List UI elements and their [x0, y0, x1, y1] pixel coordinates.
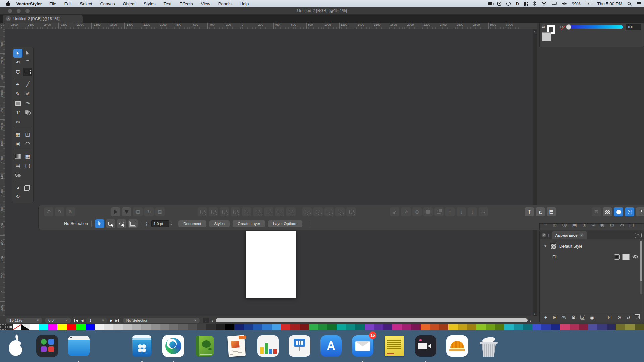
color-swatch[interactable] — [225, 324, 234, 330]
menu-list-icon[interactable] — [637, 1, 641, 6]
canvas-area[interactable] — [5, 29, 533, 316]
paste-inside-button[interactable]: ↓ — [468, 207, 477, 216]
remove-style-button[interactable]: ⊗ — [616, 314, 623, 321]
fill-row[interactable]: Fill — [552, 254, 638, 260]
tab-close-icon[interactable]: ✕ — [579, 233, 584, 237]
channel-slider[interactable] — [567, 25, 623, 29]
screen-recorder[interactable] — [413, 333, 439, 359]
menu-item[interactable]: Styles — [140, 1, 159, 7]
vertical-ruler[interactable]: 3000280026002400220020001800160014001200… — [0, 29, 5, 316]
combine-subtract-button[interactable] — [313, 207, 323, 216]
tab-close-icon[interactable]: ✕ — [6, 16, 11, 21]
lasso-select-mode-button[interactable] — [117, 219, 126, 228]
juice-squeezer[interactable] — [444, 333, 470, 359]
preview-mode-button[interactable] — [614, 207, 623, 216]
color-swatch[interactable] — [57, 324, 67, 330]
reverse-path-button[interactable]: ↝ — [479, 207, 488, 216]
outline-mode-button[interactable]: ✉ — [592, 207, 601, 216]
color-swatch[interactable] — [234, 324, 244, 330]
knife-tool[interactable]: ✄ — [13, 118, 22, 126]
clipped-toolbar-icon[interactable]: ⊞ — [582, 223, 587, 230]
color-swatch[interactable] — [67, 324, 76, 330]
window-layout-icon[interactable] — [524, 1, 528, 6]
rectangle-tool[interactable] — [13, 99, 22, 108]
color-swatch[interactable] — [337, 324, 346, 330]
first-page-button[interactable]: ◀ — [74, 319, 78, 322]
edit-style-button[interactable]: ✎ — [561, 314, 568, 321]
swatch-options-icon[interactable] — [6, 324, 13, 330]
bring-forward-button[interactable] — [423, 207, 433, 216]
document-button[interactable]: Document — [178, 220, 206, 227]
send-to-back-button[interactable]: ↓ — [457, 207, 466, 216]
add-property-button[interactable]: ⊞ — [552, 314, 558, 321]
ruler-origin-corner[interactable] — [0, 23, 5, 29]
undo-button[interactable]: ↶ — [44, 207, 53, 216]
screen-mirroring-icon[interactable] — [552, 1, 557, 6]
color-swatch[interactable] — [113, 324, 123, 330]
stroke-width-stepper[interactable]: ▴▾ — [171, 222, 172, 226]
shape-divide-button[interactable] — [242, 207, 251, 216]
wifi-icon[interactable] — [541, 1, 547, 6]
horizontal-ruler[interactable]: -2800-2600-2400-2200-2000-1800-1600-1400… — [5, 23, 537, 29]
clipped-toolbar-icon[interactable]: ▣ — [572, 223, 577, 230]
color-swatch[interactable] — [365, 324, 374, 330]
color-swatch[interactable] — [597, 324, 607, 330]
combine-exclude-button[interactable] — [335, 207, 345, 216]
shape-trim-button[interactable] — [253, 207, 262, 216]
color-swatch[interactable] — [355, 324, 365, 330]
color-swatch[interactable] — [383, 324, 393, 330]
color-swatch[interactable] — [188, 324, 197, 330]
color-swatch[interactable] — [216, 324, 225, 330]
menu-item[interactable]: Help — [236, 1, 253, 7]
canvas-rotate-tool[interactable]: ↻ — [13, 192, 22, 201]
finder-window[interactable] — [66, 333, 92, 359]
send-backward-button[interactable] — [434, 207, 444, 216]
horizontal-scrollbar[interactable] — [216, 318, 528, 322]
combine-unite-button[interactable] — [302, 207, 312, 216]
rotate-object-button[interactable]: ⊡ — [133, 207, 143, 216]
color-swatch[interactable] — [504, 324, 514, 330]
artboard-select-mode-button[interactable] — [128, 219, 138, 228]
bring-to-front-button[interactable]: ↑ — [445, 207, 455, 216]
panel-drag-handle[interactable]: ‖ — [548, 233, 550, 237]
default-style-row[interactable]: ▼ Default Style — [544, 243, 582, 249]
shape-exclude-button[interactable] — [231, 207, 240, 216]
color-swatch[interactable] — [551, 324, 560, 330]
menu-clock[interactable]: Thu 5:00 PM — [597, 1, 622, 6]
replace-style-button[interactable]: ⇄ — [625, 314, 632, 321]
color-swatch[interactable] — [411, 324, 421, 330]
color-swatch[interactable] — [402, 324, 411, 330]
swap-fill-stroke-icon[interactable]: ⇄ — [542, 25, 545, 29]
color-swatch[interactable] — [514, 324, 523, 330]
selection-dropdown[interactable]: No Selection∨ — [123, 318, 200, 323]
color-swatch[interactable] — [570, 324, 579, 330]
rounded-frame-tool[interactable]: ▢ — [23, 161, 32, 170]
delete-style-button[interactable] — [634, 314, 641, 321]
shape-outline-button[interactable] — [286, 207, 296, 216]
dock-d-icon[interactable]: D — [516, 1, 519, 6]
mesh-distort-tool[interactable]: ▦ — [13, 130, 22, 139]
color-swatch[interactable] — [495, 324, 504, 330]
menu-item[interactable]: File — [45, 1, 60, 7]
app-menu-title[interactable]: VectorStyler — [16, 1, 42, 6]
apple-menu-icon[interactable] — [6, 1, 10, 6]
rotation-dropdown[interactable]: 0.0°∨ — [45, 318, 71, 323]
color-swatch[interactable] — [467, 324, 476, 330]
color-swatch[interactable] — [300, 324, 309, 330]
vector-brush-tool[interactable]: ✑ — [23, 99, 32, 108]
color-swatch[interactable] — [244, 324, 253, 330]
stickies[interactable] — [381, 333, 407, 359]
fill-color-swatch[interactable] — [542, 32, 551, 41]
color-swatch[interactable] — [607, 324, 616, 330]
next-page-button[interactable]: ▶ — [110, 319, 113, 322]
fill-color-swatch[interactable] — [622, 254, 630, 260]
group-button[interactable]: ⊕ — [412, 207, 422, 216]
combine-intersect-button[interactable] — [324, 207, 334, 216]
text-tool[interactable]: T — [13, 108, 22, 117]
color-swatch[interactable] — [169, 324, 178, 330]
path-connector-tool[interactable]: ⌒ — [23, 58, 32, 67]
shape-merge-button[interactable] — [264, 207, 273, 216]
color-swatch[interactable] — [635, 324, 644, 330]
artboard-page[interactable] — [246, 231, 296, 298]
zoom-level-dropdown[interactable]: 15.11%∨ — [6, 318, 42, 323]
